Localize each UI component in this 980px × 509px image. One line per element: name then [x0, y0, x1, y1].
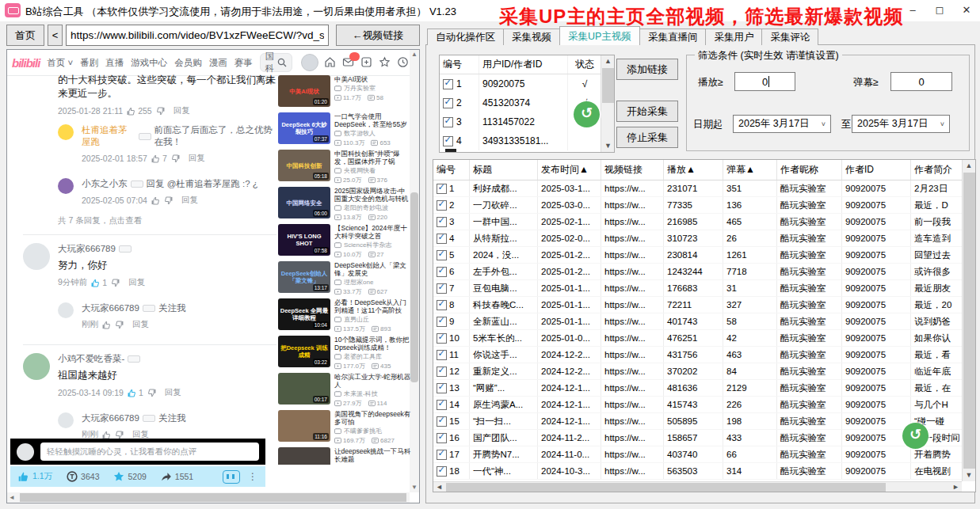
video-title[interactable]: 必看！DeepSeek从入门到精通！这11个高阶技巧，让你 — [334, 298, 411, 314]
video-card[interactable]: 中美AI现状01:20中美AI现状万丹实验室11.7万58 — [278, 75, 411, 108]
video-thumbnail[interactable]: 中美AI现状01:20 — [278, 75, 330, 107]
video-title[interactable]: 中国科技创新"井喷"爆发，国媒体炸开了锅 — [334, 150, 411, 165]
date-to-picker[interactable]: 2025年 3月17日˅ — [852, 115, 950, 133]
video-link-button[interactable]: ←视频链接 — [336, 25, 420, 46]
dislike-button[interactable] — [115, 321, 124, 329]
reply-button[interactable]: 回复 — [128, 277, 145, 288]
dislike-button[interactable] — [164, 196, 173, 205]
video-uploader[interactable]: 老阳的奇妙电波 — [334, 203, 411, 212]
table-row[interactable]: 12重新定义...2024-12-2...https://w...3702028… — [433, 363, 975, 380]
table-row[interactable]: 8科技春晚C...2025-01-1...https://w...7221132… — [433, 297, 975, 313]
video-thumbnail[interactable]: 11:16 — [278, 410, 330, 442]
play-filter-input[interactable] — [734, 72, 795, 91]
reply-button[interactable]: 回复 — [132, 319, 149, 330]
scroll-down-arrow[interactable]: ▼ — [601, 140, 615, 152]
search-box[interactable]: 中国科技 — [260, 53, 292, 72]
table-row[interactable]: 6左手外包...2025-01-2...https://w...12432447… — [433, 264, 975, 280]
table-row[interactable]: 11你说这手...2024-12-2...https://w...4317564… — [433, 347, 975, 363]
share-button[interactable]: 1551 — [161, 471, 193, 482]
table-row[interactable]: 16国产团队...2024-11-2...https://w...1586574… — [433, 430, 975, 446]
video-title[interactable]: 【Science】2024年度十大科学突破之首 — [334, 224, 411, 240]
scroll-down-arrow[interactable]: ▼ — [410, 483, 419, 492]
video-title[interactable]: DeepSeek创始人「梁文锋」发展史 — [334, 261, 411, 277]
tab-采集视频[interactable]: 采集视频 — [503, 28, 560, 45]
scroll-thumb[interactable] — [446, 483, 886, 492]
table-row[interactable]: 2一刀砍碎...2025-03-0...https://w...77335136… — [433, 197, 975, 214]
row-checkbox[interactable] — [437, 217, 447, 227]
browser-horizontal-scrollbar[interactable]: ◄ — [7, 492, 410, 503]
video-title[interactable]: 哈尔滨工业大学-蛇形机器人 — [334, 373, 411, 389]
tab-采集直播间[interactable]: 采集直播间 — [639, 28, 707, 45]
dislike-button[interactable] — [111, 279, 120, 287]
video-title[interactable]: 2025国家级网络攻击-中国重大安全的危机与转机 — [334, 187, 411, 203]
like-button[interactable] — [102, 431, 111, 439]
table-row[interactable]: 9全新蓝山...2025-01-1...https://w...40174358… — [433, 313, 975, 330]
author-name[interactable]: 小鸡不爱吃香菜- — [58, 353, 124, 365]
video-thumbnail[interactable]: 03:58 — [278, 447, 330, 465]
nav-manga[interactable]: 漫画 — [209, 57, 227, 69]
refresh-icon[interactable]: ↺ — [902, 423, 929, 449]
dislike-button[interactable] — [115, 431, 124, 439]
url-input[interactable] — [66, 25, 329, 46]
row-checkbox[interactable] — [437, 416, 447, 427]
avatar[interactable] — [23, 353, 50, 380]
back-button[interactable]: < — [48, 25, 63, 46]
column-header[interactable]: 作者简介 — [911, 160, 963, 180]
author-name[interactable]: 小东之小东 — [82, 178, 128, 190]
more-icon[interactable]: ⋮ — [248, 471, 257, 482]
row-checkbox[interactable] — [443, 117, 453, 127]
video-uploader[interactable]: 未来派-科技 — [334, 389, 411, 398]
table-vertical-scrollbar[interactable]: ▲ ▼ — [962, 160, 975, 481]
row-checkbox[interactable] — [443, 98, 453, 108]
coin-button[interactable]: 3643 — [67, 471, 99, 482]
uplist-row[interactable]: 434931335181... — [440, 131, 614, 150]
column-header[interactable]: 作者昵称 — [777, 160, 842, 180]
reply-button[interactable]: 回复 — [181, 195, 198, 206]
scroll-left-arrow[interactable]: ◄ — [7, 492, 17, 503]
row-checkbox[interactable] — [437, 466, 447, 477]
comment-author[interactable]: 小东之小东回复 @杜甫追着茅屋跑 :? ¿ — [82, 178, 276, 190]
video-uploader[interactable]: 理想家one — [334, 278, 411, 287]
scroll-down-arrow[interactable]: ▼ — [963, 469, 975, 481]
home-button[interactable]: 首页 — [6, 25, 44, 46]
like-button[interactable]: 7 — [151, 154, 167, 163]
tab-自动化操作区[interactable]: 自动化操作区 — [427, 28, 504, 45]
row-checkbox[interactable] — [437, 184, 447, 194]
video-thumbnail[interactable]: 00:17 — [278, 373, 330, 405]
dislike-button[interactable] — [147, 389, 156, 397]
video-thumbnail[interactable]: 把Deepseek 训练成精03:22 — [278, 336, 330, 367]
refresh-icon[interactable]: ↺ — [574, 101, 600, 127]
comment-author[interactable]: 大玩家666789 — [58, 243, 276, 255]
nav-home[interactable]: 首页 ˅ — [47, 57, 73, 69]
uplist-scrollbar[interactable]: ▲ ▼ — [601, 55, 614, 152]
tv-icon[interactable] — [223, 470, 240, 484]
row-checkbox[interactable] — [437, 333, 447, 344]
column-header[interactable]: 弹幕▲ — [723, 160, 777, 180]
comment-author[interactable]: 大玩家666789关注我 — [82, 302, 276, 314]
video-thumbnail[interactable]: DeepSeek 6大妙裂技巧07:37 — [278, 112, 330, 144]
date-from-picker[interactable]: 2025年 3月17日˅ — [733, 115, 831, 133]
table-row[interactable]: 3一群中国...2025-02-1...https://w...21698546… — [433, 214, 975, 230]
author-name[interactable]: 杜甫追着茅屋跑 — [82, 124, 135, 148]
column-header[interactable]: 播放▲ — [664, 160, 723, 180]
column-header[interactable]: 视频链接 — [601, 160, 664, 180]
video-uploader[interactable]: 万丹实验室 — [334, 84, 411, 93]
row-checkbox[interactable] — [437, 400, 447, 410]
video-card[interactable]: HIV'S LONG SHOT07:58【Science】2024年度十大科学突… — [278, 224, 411, 257]
table-row[interactable]: 14原生鸿蒙A...2024-12-1...https://w...415743… — [433, 397, 975, 413]
scroll-left-arrow[interactable]: ◄ — [433, 482, 445, 492]
video-uploader[interactable]: 直男山丘 — [334, 315, 411, 324]
favorite-icon[interactable] — [379, 56, 391, 69]
video-uploader[interactable]: 数字游牧人 — [334, 129, 411, 138]
row-checkbox[interactable] — [437, 383, 447, 393]
row-checkbox[interactable] — [437, 450, 447, 460]
reply-button[interactable]: 回复 — [189, 153, 205, 164]
video-card[interactable]: 把Deepseek 训练成精03:2210个隐藏提示词，教你把Dpseek训练成… — [278, 336, 411, 369]
scroll-right-arrow[interactable]: ► — [950, 482, 962, 492]
like-button[interactable] — [102, 321, 111, 329]
table-row[interactable]: 52024，没...2025-01-2...https://w...230814… — [433, 247, 975, 264]
reply-button[interactable]: 回复 — [174, 105, 190, 116]
comment-author[interactable]: 大玩家666789关注我 — [82, 412, 276, 424]
like-button[interactable]: 1 — [128, 388, 143, 397]
row-checkbox[interactable] — [443, 136, 453, 146]
